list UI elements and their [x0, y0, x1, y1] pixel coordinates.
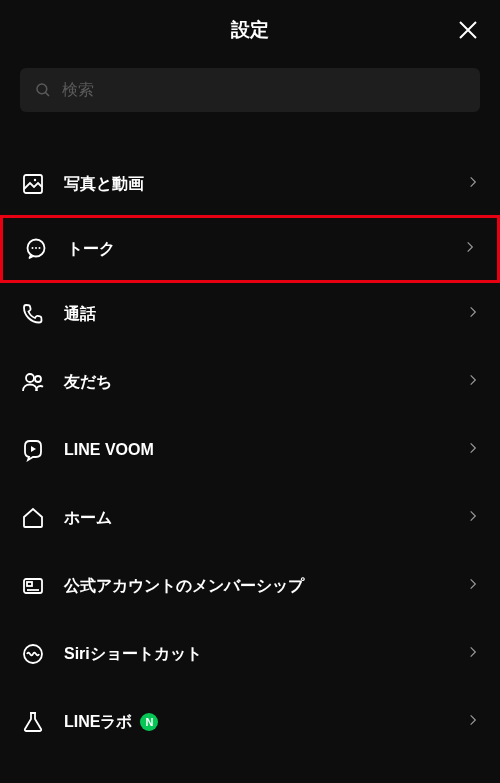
row-label: LINE VOOM: [64, 441, 466, 459]
close-icon: [456, 18, 480, 42]
row-labs[interactable]: LINEラボ N: [0, 688, 500, 756]
row-calls[interactable]: 通話: [0, 280, 500, 348]
chevron-right-icon: [466, 645, 480, 663]
voom-icon: [20, 437, 46, 463]
svg-point-8: [35, 376, 41, 382]
settings-list: 写真と動画 トーク 通話 友だち LINE VOOM ホーム: [0, 130, 500, 756]
svg-point-0: [37, 84, 47, 94]
chevron-right-icon: [466, 175, 480, 193]
home-icon: [20, 505, 46, 531]
header: 設定: [0, 0, 500, 60]
row-friends[interactable]: 友だち: [0, 348, 500, 416]
close-button[interactable]: [452, 14, 484, 46]
row-talk[interactable]: トーク: [0, 215, 500, 283]
row-photos-videos[interactable]: 写真と動画: [0, 150, 500, 218]
svg-point-7: [26, 374, 34, 382]
siri-icon: [20, 641, 46, 667]
row-label: トーク: [67, 239, 463, 260]
search-input[interactable]: 検索: [20, 68, 480, 112]
row-label: Siriショートカット: [64, 644, 466, 665]
svg-point-2: [34, 179, 36, 181]
row-label: ホーム: [64, 508, 466, 529]
friends-icon: [20, 369, 46, 395]
row-voom[interactable]: LINE VOOM: [0, 416, 500, 484]
page-title: 設定: [231, 17, 269, 43]
search-container: 検索: [0, 60, 500, 130]
svg-point-4: [32, 247, 34, 249]
chevron-right-icon: [466, 305, 480, 323]
row-label: 写真と動画: [64, 174, 466, 195]
row-label-text: LINEラボ: [64, 712, 132, 733]
row-label: LINEラボ N: [64, 712, 466, 733]
photo-icon: [20, 171, 46, 197]
row-siri[interactable]: Siriショートカット: [0, 620, 500, 688]
chevron-right-icon: [466, 577, 480, 595]
chevron-right-icon: [466, 509, 480, 527]
search-placeholder: 検索: [62, 80, 94, 101]
flask-icon: [20, 709, 46, 735]
chevron-right-icon: [463, 240, 477, 258]
svg-rect-10: [27, 582, 32, 586]
chevron-right-icon: [466, 441, 480, 459]
row-official-membership[interactable]: 公式アカウントのメンバーシップ: [0, 552, 500, 620]
svg-point-6: [39, 247, 41, 249]
svg-point-5: [35, 247, 37, 249]
chevron-right-icon: [466, 713, 480, 731]
phone-icon: [20, 301, 46, 327]
search-icon: [34, 81, 52, 99]
membership-icon: [20, 573, 46, 599]
chevron-right-icon: [466, 373, 480, 391]
chat-icon: [23, 236, 49, 262]
row-label: 通話: [64, 304, 466, 325]
row-home[interactable]: ホーム: [0, 484, 500, 552]
new-badge: N: [140, 713, 158, 731]
row-label: 友だち: [64, 372, 466, 393]
row-label: 公式アカウントのメンバーシップ: [64, 576, 466, 597]
